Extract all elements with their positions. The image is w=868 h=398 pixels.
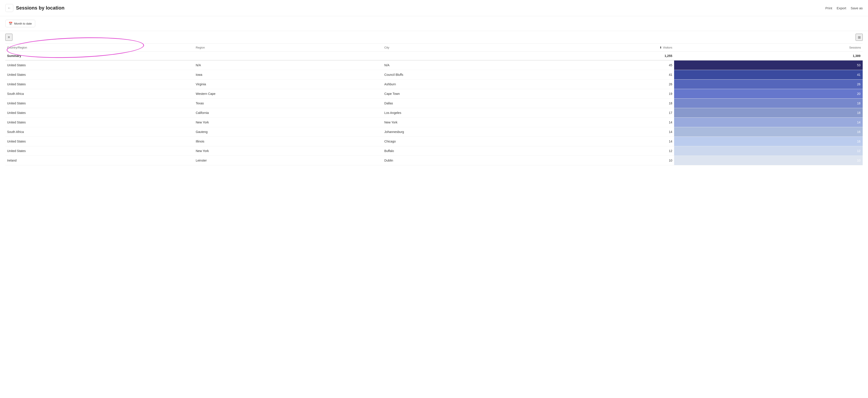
cell-country: United States <box>5 108 194 118</box>
cell-city: Los Angeles <box>382 108 571 118</box>
summary-city <box>382 52 571 61</box>
back-button[interactable]: ← <box>5 4 13 12</box>
cell-country: United States <box>5 118 194 127</box>
cell-region: Leinster <box>194 156 382 165</box>
cell-visitors: 14 <box>571 118 674 127</box>
table-row: United StatesIowaCouncil Bluffs4141 <box>5 70 863 80</box>
sessions-bar: 12 <box>674 146 863 156</box>
sessions-bar: 53 <box>674 61 863 70</box>
header-actions: Print Export Save as <box>826 6 863 10</box>
sessions-bar: 16 <box>674 137 863 146</box>
cell-country: United States <box>5 137 194 146</box>
cell-region: N/A <box>194 60 382 70</box>
page-header: ← Sessions by location Print Export Save… <box>0 0 868 16</box>
cell-sessions: 26 <box>674 80 863 89</box>
cell-country: United States <box>5 70 194 80</box>
page-wrapper: ← Sessions by location Print Export Save… <box>0 0 868 398</box>
cell-city: Chicago <box>382 137 571 146</box>
data-table: Country/Region Region City ⬍Visitors Ses… <box>5 44 863 165</box>
cell-visitors: 41 <box>571 70 674 80</box>
filter-row: ≡ ⊞ <box>5 31 863 44</box>
cell-visitors: 12 <box>571 146 674 156</box>
col-header-visitors[interactable]: ⬍Visitors <box>571 44 674 52</box>
table-body: Summary 1,255 1,389 United StatesN/AN/A4… <box>5 52 863 165</box>
cell-region: Iowa <box>194 70 382 80</box>
table-container: ≡ ⊞ Country/Region Region City ⬍Visitors… <box>0 31 868 165</box>
cell-country: South Africa <box>5 127 194 137</box>
cell-visitors: 19 <box>571 89 674 99</box>
summary-label: Summary <box>5 52 194 61</box>
calendar-icon: 📅 <box>9 22 12 25</box>
columns-icon: ⊞ <box>858 35 861 39</box>
summary-region <box>194 52 382 61</box>
cell-country: United States <box>5 80 194 89</box>
col-header-region: Region <box>194 44 382 52</box>
cell-country: Ireland <box>5 156 194 165</box>
cell-sessions: 53 <box>674 60 863 70</box>
columns-button[interactable]: ⊞ <box>856 34 863 41</box>
cell-city: N/A <box>382 60 571 70</box>
table-row: United StatesN/AN/A4553 <box>5 60 863 70</box>
summary-sessions: 1,389 <box>674 52 863 61</box>
cell-country: United States <box>5 60 194 70</box>
table-row: IrelandLeinsterDublin1010 <box>5 156 863 165</box>
cell-visitors: 14 <box>571 137 674 146</box>
date-filter-button[interactable]: 📅 Month to date <box>5 20 35 27</box>
cell-city: Ashburn <box>382 80 571 89</box>
date-filter-label: Month to date <box>14 22 32 25</box>
toolbar: 📅 Month to date <box>0 16 868 31</box>
table-row: United StatesTexasDallas1818 <box>5 99 863 108</box>
cell-region: Virginia <box>194 80 382 89</box>
sessions-bar: 41 <box>674 70 863 79</box>
sessions-bar: 26 <box>674 80 863 89</box>
sessions-bar: 14 <box>674 118 863 127</box>
sort-icon: ⬍ <box>659 46 662 49</box>
cell-sessions: 18 <box>674 99 863 108</box>
sessions-bar: 16 <box>674 127 863 136</box>
cell-region: Texas <box>194 99 382 108</box>
summary-row: Summary 1,255 1,389 <box>5 52 863 61</box>
print-button[interactable]: Print <box>826 6 832 10</box>
table-row: United StatesNew YorkNew York1414 <box>5 118 863 127</box>
cell-city: New York <box>382 118 571 127</box>
cell-country: United States <box>5 146 194 156</box>
cell-region: Illinois <box>194 137 382 146</box>
cell-region: New York <box>194 146 382 156</box>
cell-country: United States <box>5 99 194 108</box>
sessions-bar: 18 <box>674 108 863 118</box>
cell-visitors: 45 <box>571 60 674 70</box>
cell-country: South Africa <box>5 89 194 99</box>
cell-sessions: 18 <box>674 108 863 118</box>
cell-region: New York <box>194 118 382 127</box>
export-button[interactable]: Export <box>837 6 846 10</box>
table-row: South AfricaGautengJohannesburg1416 <box>5 127 863 137</box>
filter-button[interactable]: ≡ <box>5 34 12 41</box>
table-header-row: Country/Region Region City ⬍Visitors Ses… <box>5 44 863 52</box>
header-left: ← Sessions by location <box>5 4 64 12</box>
filter-icon: ≡ <box>8 35 10 39</box>
table-row: United StatesNew YorkBuffalo1212 <box>5 146 863 156</box>
table-row: South AfricaWestern CapeCape Town1920 <box>5 89 863 99</box>
table-row: United StatesIllinoisChicago1416 <box>5 137 863 146</box>
save-as-button[interactable]: Save as <box>851 6 863 10</box>
cell-sessions: 10 <box>674 156 863 165</box>
summary-visitors: 1,255 <box>571 52 674 61</box>
cell-city: Dublin <box>382 156 571 165</box>
cell-visitors: 18 <box>571 99 674 108</box>
cell-sessions: 16 <box>674 137 863 146</box>
cell-sessions: 12 <box>674 146 863 156</box>
cell-city: Johannesburg <box>382 127 571 137</box>
table-row: United StatesVirginiaAshburn2626 <box>5 80 863 89</box>
cell-sessions: 41 <box>674 70 863 80</box>
cell-sessions: 20 <box>674 89 863 99</box>
sessions-bar: 20 <box>674 89 863 98</box>
cell-region: Western Cape <box>194 89 382 99</box>
cell-visitors: 10 <box>571 156 674 165</box>
cell-region: California <box>194 108 382 118</box>
cell-city: Council Bluffs <box>382 70 571 80</box>
sessions-bar: 18 <box>674 99 863 108</box>
cell-visitors: 26 <box>571 80 674 89</box>
cell-city: Dallas <box>382 99 571 108</box>
col-header-country: Country/Region <box>5 44 194 52</box>
page-title: Sessions by location <box>16 5 64 11</box>
